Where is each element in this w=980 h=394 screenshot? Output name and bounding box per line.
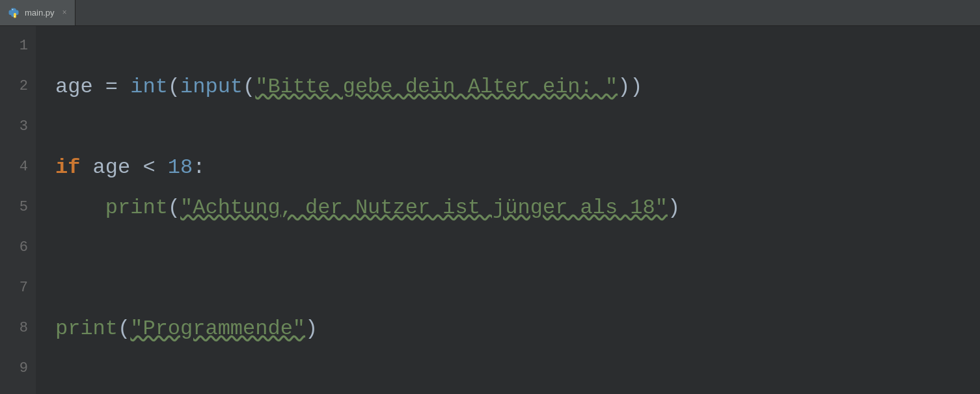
line-num-4: 4 — [0, 147, 28, 187]
paren-print-1: ( — [168, 196, 180, 220]
code-line-7 — [55, 268, 980, 308]
paren-print-2: ( — [118, 317, 130, 341]
int-keyword: int — [130, 75, 168, 99]
line-numbers: 1 2 3 4 5 6 7 8 9 — [0, 26, 36, 394]
svg-rect-1 — [14, 13, 16, 18]
line-num-1: 1 — [0, 26, 28, 66]
paren-2: ( — [243, 75, 255, 99]
svg-point-2 — [12, 9, 14, 10]
lt-op: < — [143, 155, 167, 179]
code-line-3 — [55, 107, 980, 147]
line-num-9: 9 — [0, 348, 28, 389]
svg-point-3 — [14, 16, 16, 17]
code-line-4: if age < 18: — [55, 147, 980, 187]
code-line-1 — [55, 26, 980, 66]
paren-1: ( — [168, 75, 180, 99]
paren-close-1: ) — [668, 196, 680, 220]
editor-area: 1 2 3 4 5 6 7 8 9 age = int(input("Bitte… — [0, 26, 980, 394]
colon: : — [193, 155, 205, 179]
code-content: age = int(input("Bitte gebe dein Alter e… — [36, 26, 980, 394]
python-icon — [8, 7, 20, 19]
paren-close-2: ) — [305, 317, 318, 341]
if-keyword: if — [55, 155, 93, 179]
str-programmende: "Programmende" — [130, 317, 305, 341]
paren-close: )) — [618, 75, 642, 99]
line-num-7: 7 — [0, 268, 28, 308]
line-num-8: 8 — [0, 308, 28, 348]
var-age: age — [55, 75, 105, 99]
op-eq: = — [105, 75, 130, 99]
tab-label: main.py — [25, 8, 55, 18]
code-line-6 — [55, 228, 980, 268]
line-num-5: 5 — [0, 187, 28, 228]
line-num-6: 6 — [0, 228, 28, 268]
close-icon[interactable]: × — [62, 8, 67, 18]
str-achtung: "Achtung, der Nutzer ist jünger als 18" — [180, 196, 668, 220]
str-bitte: "Bitte gebe dein Alter ein: " — [255, 75, 618, 99]
print-keyword-1: print — [105, 196, 168, 220]
tab-main-py[interactable]: main.py × — [0, 0, 75, 25]
input-keyword: input — [180, 75, 243, 99]
indent — [55, 196, 105, 220]
code-line-9 — [55, 348, 980, 389]
code-line-8: print("Programmende") — [55, 308, 980, 348]
svg-rect-0 — [11, 8, 14, 13]
age-var: age — [93, 155, 143, 179]
line-num-3: 3 — [0, 107, 28, 147]
line-num-2: 2 — [0, 66, 28, 107]
num-18: 18 — [168, 155, 193, 179]
print-keyword-2: print — [55, 317, 118, 341]
code-line-2: age = int(input("Bitte gebe dein Alter e… — [55, 66, 980, 107]
tab-bar: main.py × — [0, 0, 980, 26]
code-line-5: print("Achtung, der Nutzer ist jünger al… — [55, 187, 980, 228]
